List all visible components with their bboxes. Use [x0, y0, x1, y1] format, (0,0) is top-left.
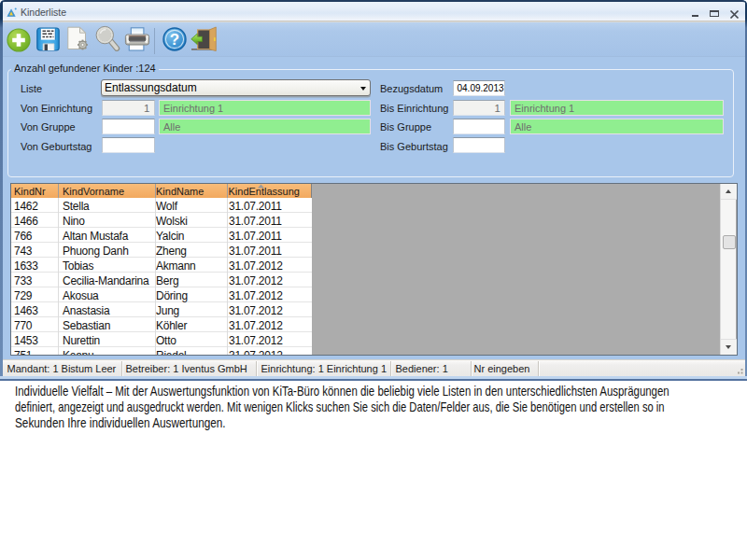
svg-text:?: ?	[170, 31, 179, 49]
